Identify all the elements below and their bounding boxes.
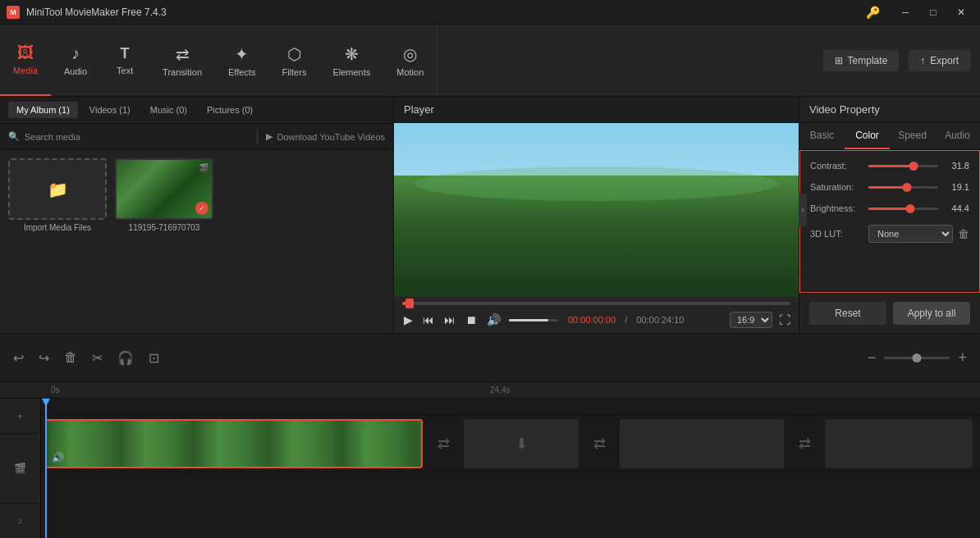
panel-collapse-button[interactable]: ›: [799, 194, 807, 226]
video-track-row[interactable]: 🔊 ⇄ ⬇ ⇄ ⇄ ⇄: [41, 415, 980, 472]
fullscreen-button[interactable]: ⛶: [779, 313, 790, 326]
brightness-label: Brightness:: [810, 203, 863, 213]
brightness-handle[interactable]: [906, 204, 915, 213]
crop-button[interactable]: ⊡: [144, 345, 164, 371]
aspect-ratio-select[interactable]: 16:9 4:3 1:1 9:16: [730, 312, 772, 328]
volume-button[interactable]: 🔊: [485, 312, 502, 328]
cut-button[interactable]: ✂: [87, 345, 108, 371]
player-timeline: ▶ ⏮ ⏭ ⏹ 🔊 00:00:00:00 / 00:00:24:10 16:9…: [394, 297, 799, 333]
play-button[interactable]: ▶: [402, 312, 414, 328]
tab-color[interactable]: Color: [845, 123, 890, 149]
template-button[interactable]: ⊞ Template: [823, 50, 900, 71]
video-track-label: 🎬: [0, 434, 40, 504]
saturation-slider[interactable]: [868, 186, 938, 189]
add-track-button[interactable]: +: [0, 399, 40, 434]
media-file-thumb[interactable]: 🎬 ✓: [115, 158, 213, 220]
audio-track-label: ♪: [0, 504, 40, 538]
motion-label: Motion: [396, 67, 424, 77]
effects-icon: ✦: [235, 44, 249, 64]
nav-pictures[interactable]: Pictures (0): [199, 102, 261, 118]
download-icon: ⬇: [515, 435, 528, 453]
export-button[interactable]: ↑ Export: [909, 50, 970, 71]
toolbar-audio[interactable]: ♪ Audio: [51, 25, 100, 96]
window-controls: ─ □ ✕: [893, 4, 973, 21]
nav-music[interactable]: Music (0): [142, 102, 195, 118]
video-property-header: Video Property: [799, 97, 980, 123]
maximize-button[interactable]: □: [921, 4, 946, 21]
text-icon: T: [121, 45, 130, 62]
contrast-row: Contrast: 31.8: [810, 161, 969, 171]
reset-button[interactable]: Reset: [809, 302, 886, 325]
video-property-panel: Video Property Basic Color Speed Audio C…: [799, 97, 980, 333]
toolbar-text[interactable]: T Text: [100, 25, 149, 96]
track-labels: + 🎬 ♪: [0, 399, 41, 538]
playback-progress-bar[interactable]: [402, 302, 790, 305]
contrast-handle[interactable]: [909, 162, 918, 171]
clip-audio-icon: 🔊: [52, 452, 64, 463]
zoom-out-button[interactable]: −: [863, 344, 882, 372]
media-icon: 🖼: [17, 43, 34, 62]
brightness-slider[interactable]: [868, 207, 938, 210]
step-forward-button[interactable]: ⏭: [442, 312, 457, 328]
tab-audio[interactable]: Audio: [935, 123, 980, 149]
apply-to-all-button[interactable]: Apply to all: [893, 302, 970, 325]
media-filename: 119195-716970703: [129, 223, 200, 232]
youtube-download-area[interactable]: ▶ Download YouTube Videos: [258, 131, 394, 142]
contrast-slider[interactable]: [868, 165, 938, 167]
placeholder-clip-3[interactable]: [825, 419, 973, 468]
brightness-value: 44.4: [943, 203, 969, 213]
close-button[interactable]: ✕: [949, 4, 973, 21]
transition-label: Transition: [163, 67, 202, 77]
search-media-area[interactable]: 🔍 Search media: [0, 131, 257, 142]
contrast-fill: [868, 165, 914, 167]
contrast-label: Contrast:: [810, 161, 863, 171]
stop-button[interactable]: ⏹: [464, 312, 479, 328]
nav-my-album[interactable]: My Album (1): [8, 102, 78, 118]
zoom-slider[interactable]: [884, 357, 950, 359]
saturation-value: 19.1: [943, 182, 969, 192]
delete-button[interactable]: 🗑: [59, 345, 82, 370]
toolbar-filters[interactable]: ⬡ Filters: [268, 25, 319, 96]
tab-speed[interactable]: Speed: [890, 123, 935, 149]
filters-icon: ⬡: [287, 44, 301, 64]
property-content: Contrast: 31.8 Saturation: 19.1: [799, 150, 980, 293]
minimize-button[interactable]: ─: [893, 4, 918, 21]
redo-button[interactable]: ↪: [34, 345, 54, 371]
import-media-item[interactable]: 📁 Import Media Files: [8, 158, 107, 232]
placeholder-clip-1[interactable]: ⬇: [464, 419, 579, 468]
nav-videos[interactable]: Videos (1): [81, 102, 139, 118]
lut-select[interactable]: None: [868, 225, 953, 243]
import-thumb[interactable]: 📁: [8, 158, 107, 220]
property-actions: Reset Apply to all: [799, 293, 980, 333]
volume-slider[interactable]: [509, 319, 558, 321]
import-label: Import Media Files: [24, 223, 91, 232]
toolbar-effects[interactable]: ✦ Effects: [215, 25, 268, 96]
undo-button[interactable]: ↩: [8, 345, 29, 371]
step-back-button[interactable]: ⏮: [421, 312, 436, 328]
placeholder-clip-2[interactable]: [620, 419, 784, 468]
search-icon: 🔍: [8, 131, 20, 142]
saturation-handle[interactable]: [902, 183, 911, 192]
video-track-icon: 🎬: [14, 463, 26, 474]
zoom-handle[interactable]: [913, 353, 922, 362]
property-tabs: Basic Color Speed Audio: [799, 123, 980, 150]
tab-basic[interactable]: Basic: [799, 123, 845, 149]
folder-icon: 📁: [48, 180, 68, 199]
lut-row: 3D LUT: None 🗑: [810, 225, 969, 243]
main-video-clip[interactable]: 🔊: [45, 419, 423, 468]
audio-icon: ♪: [71, 44, 80, 63]
audio-detach-button[interactable]: 🎧: [112, 345, 139, 371]
toolbar-elements[interactable]: ❋ Elements: [319, 25, 383, 96]
export-label: Export: [930, 55, 959, 66]
progress-fill: [402, 302, 410, 305]
toolbar-transition[interactable]: ⇄ Transition: [149, 25, 215, 96]
youtube-label: Download YouTube Videos: [277, 132, 386, 142]
toolbar-media[interactable]: 🖼 Media: [0, 25, 51, 96]
audio-track-icon: ♪: [18, 515, 23, 527]
lut-delete-button[interactable]: 🗑: [958, 227, 969, 240]
time-marker-start: 0s: [51, 385, 60, 394]
progress-handle[interactable]: [405, 299, 414, 308]
toolbar-motion[interactable]: ◎ Motion: [383, 25, 437, 96]
zoom-in-button[interactable]: +: [953, 344, 972, 372]
media-file-item[interactable]: 🎬 ✓ 119195-716970703: [115, 158, 213, 232]
